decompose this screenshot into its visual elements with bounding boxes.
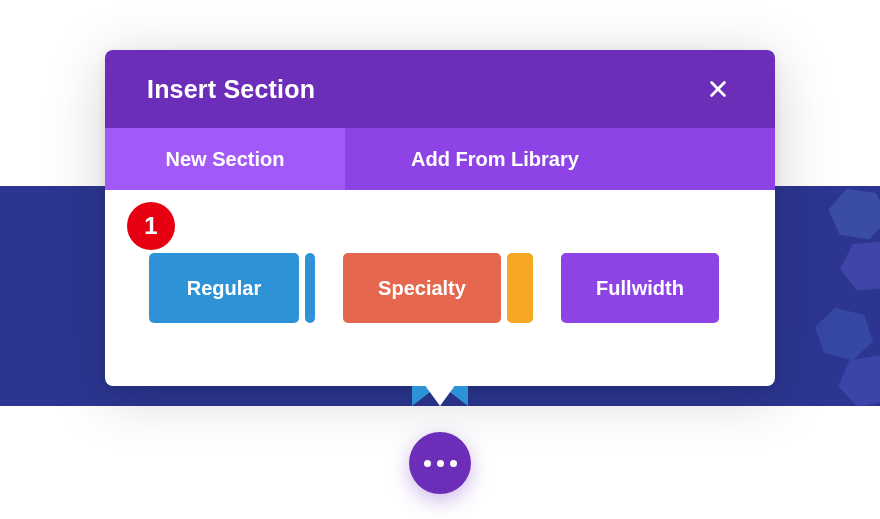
tab-new-section[interactable]: New Section (105, 128, 345, 190)
tab-add-from-library[interactable]: Add From Library (345, 128, 645, 190)
close-icon (707, 78, 729, 100)
more-actions-button[interactable] (409, 432, 471, 494)
option-label: Fullwidth (596, 277, 684, 300)
modal-header: Insert Section (105, 50, 775, 128)
insert-section-modal: Insert Section New Section Add From Libr… (105, 50, 775, 386)
annotation-badge: 1 (127, 202, 175, 250)
option-regular[interactable]: Regular (149, 253, 315, 323)
option-stripe (507, 253, 533, 323)
tab-label: Add From Library (411, 148, 579, 171)
modal-title: Insert Section (147, 75, 315, 104)
option-label: Regular (187, 277, 261, 300)
close-button[interactable] (699, 70, 737, 108)
option-stripe (305, 253, 315, 323)
modal-body: 1 Regular Specialty Fullwidth (105, 190, 775, 386)
option-label: Specialty (378, 277, 466, 300)
modal-pointer (412, 386, 468, 416)
badge-number: 1 (144, 212, 157, 240)
option-specialty[interactable]: Specialty (343, 253, 533, 323)
option-fullwidth[interactable]: Fullwidth (561, 253, 719, 323)
tab-label: New Section (166, 148, 285, 171)
tabs: New Section Add From Library (105, 128, 775, 190)
more-icon (424, 460, 457, 467)
